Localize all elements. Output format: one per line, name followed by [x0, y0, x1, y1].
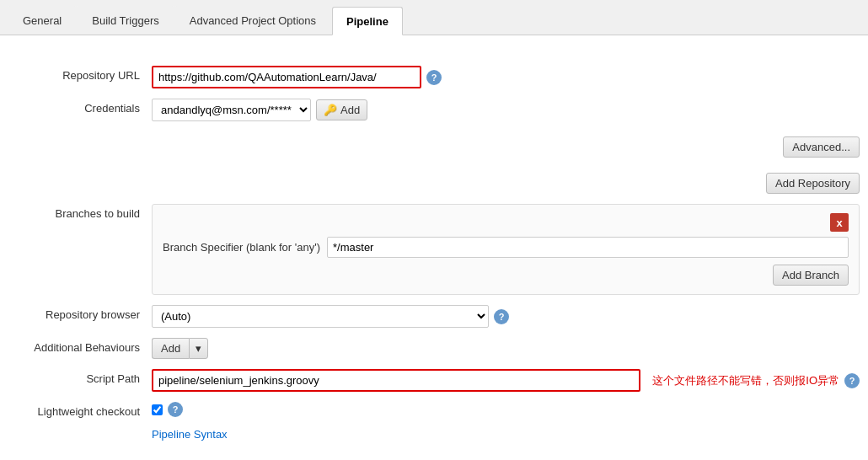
- repository-url-label: Repository URL: [8, 66, 152, 82]
- repository-url-row: Repository URL ?: [8, 61, 860, 94]
- add-behaviour-dropdown: Add ▾: [152, 338, 860, 359]
- repository-url-input[interactable]: [152, 66, 421, 88]
- add-credentials-button[interactable]: 🔑 Add: [316, 99, 367, 120]
- tab-pipeline[interactable]: Pipeline: [332, 7, 403, 35]
- additional-behaviours-label: Additional Behaviours: [8, 338, 152, 354]
- branch-specifier-label: Branch Specifier (blank for 'any'): [163, 241, 320, 254]
- script-path-input[interactable]: [152, 369, 640, 392]
- tab-build-triggers[interactable]: Build Triggers: [78, 6, 173, 35]
- script-path-row: Script Path 这个文件路径不能写错，否则报IO异常 ?: [8, 364, 860, 397]
- add-repository-button-row: Add Repository: [8, 163, 860, 199]
- tab-bar: General Build Triggers Advanced Project …: [0, 0, 868, 35]
- lightweight-checkout-label: Lightweight checkout: [8, 402, 152, 418]
- add-behaviour-main-button[interactable]: Add: [152, 338, 189, 359]
- add-branch-button[interactable]: Add Branch: [773, 265, 849, 286]
- lightweight-checkout-row: Lightweight checkout ?: [8, 397, 860, 423]
- form-body: Repository URL ? Credentials: [0, 49, 868, 457]
- lightweight-checkout-field: ?: [152, 402, 860, 417]
- lightweight-checkout-help-icon[interactable]: ?: [168, 402, 183, 417]
- script-path-label: Script Path: [8, 369, 152, 385]
- branch-specifier-row: Branch Specifier (blank for 'any'): [163, 237, 849, 258]
- repository-browser-label: Repository browser: [8, 305, 152, 321]
- repository-url-field: ?: [152, 66, 860, 88]
- repository-browser-field: (Auto) ?: [152, 305, 860, 328]
- script-path-annotation: 这个文件路径不能写错，否则报IO异常: [652, 373, 839, 388]
- credentials-select[interactable]: andandlyq@msn.com/*****: [152, 99, 311, 121]
- tab-general[interactable]: General: [8, 6, 76, 35]
- add-repository-btn-container: Add Repository: [152, 173, 860, 194]
- content-area: Repository URL ? Credentials: [0, 35, 868, 460]
- key-icon: 🔑: [324, 104, 337, 116]
- pipeline-syntax-link[interactable]: Pipeline Syntax: [152, 428, 860, 441]
- credentials-label: Credentials: [8, 99, 152, 115]
- branches-field: x Branch Specifier (blank for 'any') Add: [152, 204, 860, 295]
- tab-advanced-project-options[interactable]: Advanced Project Options: [175, 6, 330, 35]
- delete-branch-button[interactable]: x: [830, 213, 849, 232]
- add-repository-button[interactable]: Add Repository: [766, 173, 860, 194]
- app-container: General Build Triggers Advanced Project …: [0, 0, 868, 460]
- additional-behaviours-row: Additional Behaviours Add ▾: [8, 333, 860, 364]
- credentials-input-row: andandlyq@msn.com/***** 🔑 Add: [152, 99, 860, 121]
- advanced-button[interactable]: Advanced...: [783, 136, 860, 158]
- branches-label: Branches to build: [8, 204, 152, 220]
- credentials-row: Credentials andandlyq@msn.com/***** 🔑 Ad…: [8, 94, 860, 126]
- repository-url-input-row: ?: [152, 66, 860, 88]
- script-path-field: 这个文件路径不能写错，否则报IO异常 ?: [152, 369, 860, 392]
- repository-browser-help-icon[interactable]: ?: [494, 309, 509, 324]
- advanced-button-row: Advanced...: [8, 126, 860, 163]
- add-branch-btn-container: Add Branch: [163, 265, 849, 286]
- repository-browser-row: Repository browser (Auto) ?: [8, 300, 860, 333]
- branches-box-header: x: [163, 213, 849, 232]
- lightweight-checkout-checkbox[interactable]: [152, 404, 163, 415]
- add-behaviour-caret-button[interactable]: ▾: [189, 338, 208, 359]
- branches-row: Branches to build x Branch Specifier (bl…: [8, 199, 860, 300]
- caret-down-icon: ▾: [196, 342, 201, 355]
- script-path-help-icon[interactable]: ?: [844, 373, 860, 388]
- pipeline-syntax-row: Pipeline Syntax: [8, 423, 860, 446]
- branches-box: x Branch Specifier (blank for 'any') Add: [152, 204, 860, 295]
- repository-browser-select[interactable]: (Auto): [152, 305, 489, 328]
- credentials-field: andandlyq@msn.com/***** 🔑 Add: [152, 99, 860, 121]
- repository-url-help-icon[interactable]: ?: [426, 70, 442, 85]
- additional-behaviours-field: Add ▾: [152, 338, 860, 359]
- advanced-btn-container: Advanced...: [152, 136, 860, 158]
- branch-specifier-input[interactable]: [327, 237, 849, 258]
